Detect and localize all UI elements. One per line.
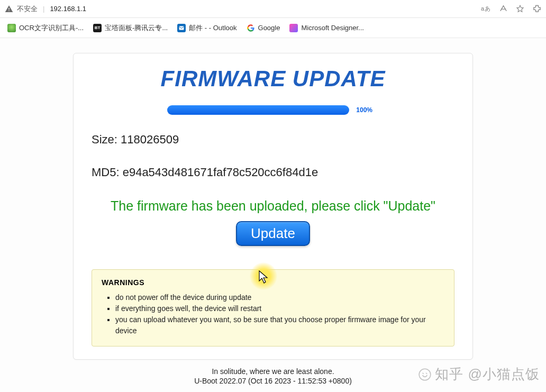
warning-item: do not power off the device during updat… [115,292,444,303]
translate-indicator[interactable]: aあ [481,5,491,13]
warning-item: you can upload whatever you want, so be … [115,314,444,336]
extensions-icon[interactable] [532,4,542,14]
warning-icon [4,4,14,14]
bookmark-msdesigner[interactable]: Microsoft Designer... [289,24,364,32]
favicon-outlook [177,24,186,32]
bookmark-ocr[interactable]: OCR文字识别工具-... [7,23,84,33]
file-size: Size: 118026509 [92,133,454,147]
watermark-text: 知乎 @小猫点饭 [435,365,540,384]
page-title: FIRMWARE UPDATE [92,66,454,92]
warning-item: if everything goes well, the device will… [115,303,444,314]
address-bar: 不安全 | 192.168.1.1 aあ [0,0,546,18]
status-message: The firmware has been uploaded, please c… [80,198,466,214]
update-button[interactable]: Update [236,221,310,246]
bookmark-label: 邮件 - - Outlook [189,23,236,33]
bookmarks-bar: OCR文字识别工具-... BT 宝塔面板-腾讯云专... 邮件 - - Out… [0,18,546,38]
favicon-google [247,24,255,32]
warnings-heading: WARNINGS [102,278,444,287]
progress-bar [167,105,349,115]
security-label: 不安全 [17,4,38,14]
bookmark-label: Microsoft Designer... [301,24,364,32]
progress-percent: 100% [356,105,372,115]
warnings-list: do not power off the device during updat… [102,292,444,336]
bookmark-label: Google [258,24,280,32]
favicon-ocr [7,24,16,32]
svg-point-1 [420,369,431,380]
file-md5: MD5: e94a543d481671faf78c520cc6f84d1e [92,166,454,179]
bookmark-outlook[interactable]: 邮件 - - Outlook [177,23,236,33]
bookmark-label: 宝塔面板-腾讯云专... [105,23,168,33]
favorite-icon[interactable] [515,4,525,14]
firmware-card: FIRMWARE UPDATE 100% Size: 118026509 MD5… [73,53,473,360]
url-text[interactable]: 192.168.1.1 [50,5,86,13]
watermark: 知乎 @小猫点饭 [418,365,540,384]
warnings-box: WARNINGS do not power off the device dur… [92,269,454,347]
bookmark-label: OCR文字识别工具-... [19,23,84,33]
bookmark-bt[interactable]: BT 宝塔面板-腾讯云专... [93,23,168,33]
security-indicator[interactable]: 不安全 [4,4,38,14]
bookmark-google[interactable]: Google [247,24,280,32]
progress-wrap: 100% [167,105,379,115]
favicon-bt: BT [93,24,102,32]
favicon-msdesigner [289,24,298,32]
read-aloud-icon[interactable] [498,4,508,14]
address-separator: | [43,5,44,13]
